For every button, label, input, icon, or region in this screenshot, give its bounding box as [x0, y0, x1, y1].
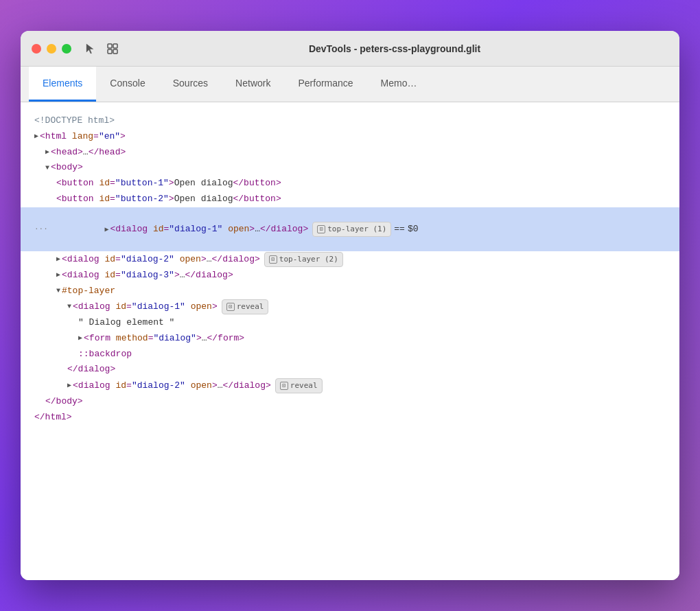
top-layer-line: #top-layer [56, 284, 666, 299]
cursor-icon[interactable] [82, 41, 99, 57]
dialog3-line: <dialog id="dialog-3">…</dialog> [56, 268, 666, 284]
titlebar: DevTools - peters-css-playground.glit [21, 31, 679, 67]
reveal-2-icon: ⊡ [280, 382, 288, 390]
dialog2-expanded-triangle[interactable] [67, 380, 71, 391]
html-open-line: <html lang="en"> [34, 129, 666, 145]
tab-console[interactable]: Console [96, 67, 159, 102]
button2-line: <button id="button-2">Open dialog</butto… [56, 192, 666, 207]
dialog1-triangle[interactable] [104, 224, 108, 235]
top-layer-2-icon: ⊡ [269, 255, 277, 264]
tabs-bar: Elements Console Sources Network Perform… [21, 67, 679, 102]
top-layer-1-badge[interactable]: ⊡top-layer (1) [312, 222, 391, 237]
form-triangle[interactable] [78, 333, 82, 344]
svg-rect-3 [113, 49, 117, 54]
backdrop-line: ::backdrop [78, 347, 666, 362]
top-layer-2-badge[interactable]: ⊡top-layer (2) [264, 252, 343, 267]
dialog2-line: <dialog id="dialog-2" open>…</dialog> ⊡t… [56, 251, 666, 268]
svg-rect-2 [108, 49, 112, 54]
body-triangle[interactable] [45, 163, 49, 174]
elements-panel: <!DOCTYPE html> <html lang="en"> <head>…… [21, 102, 679, 580]
dialog2-triangle[interactable] [56, 254, 60, 265]
tab-performance[interactable]: Performance [284, 67, 366, 102]
maximize-button[interactable] [62, 44, 71, 54]
head-collapsed-line: <head>…</head> [45, 145, 666, 161]
traffic-lights [32, 44, 71, 54]
dialog3-triangle[interactable] [56, 270, 60, 281]
doctype-line: <!DOCTYPE html> [34, 113, 666, 129]
head-triangle[interactable] [45, 147, 49, 158]
tab-memory[interactable]: Memo… [367, 67, 431, 102]
dialog1-expanded-triangle[interactable] [67, 301, 71, 312]
close-button[interactable] [32, 44, 41, 54]
top-layer-triangle[interactable] [56, 286, 60, 297]
dialog1-line[interactable]: ··· <dialog id="dialog-1" open>…</dialog… [21, 207, 679, 251]
dialog-text-line: " Dialog element " [78, 315, 666, 331]
body-open-line: <body> [45, 160, 666, 176]
svg-rect-1 [113, 44, 117, 48]
tab-elements[interactable]: Elements [29, 67, 96, 102]
dialog2-expanded-line: <dialog id="dialog-2" open>…</dialog> ⊡r… [67, 378, 666, 394]
button1-line: <button id="button-1">Open dialog</butto… [56, 176, 666, 192]
reveal-2-badge[interactable]: ⊡reveal [275, 378, 323, 393]
inspect-icon[interactable] [104, 41, 121, 57]
html-triangle[interactable] [34, 131, 38, 142]
tab-sources[interactable]: Sources [159, 67, 222, 102]
form-line: <form method="dialog">…</form> [78, 331, 666, 347]
reveal-1-badge[interactable]: ⊡reveal [222, 299, 269, 314]
devtools-window: DevTools - peters-css-playground.glit El… [21, 31, 679, 580]
body-close-line: </body> [45, 394, 666, 410]
top-layer-icon: ⊡ [317, 225, 325, 233]
window-title: DevTools - peters-css-playground.glit [121, 43, 668, 54]
html-close-line: </html> [34, 410, 666, 426]
dialog-close-line: </dialog> [67, 362, 666, 378]
tab-network[interactable]: Network [222, 67, 284, 102]
reveal-1-icon: ⊡ [226, 303, 235, 311]
toolbar-icons [82, 41, 121, 57]
dots-prefix: ··· [34, 223, 51, 235]
minimize-button[interactable] [47, 44, 56, 54]
dialog1-expanded-line: <dialog id="dialog-1" open> ⊡reveal [67, 299, 666, 315]
svg-rect-0 [108, 44, 112, 48]
